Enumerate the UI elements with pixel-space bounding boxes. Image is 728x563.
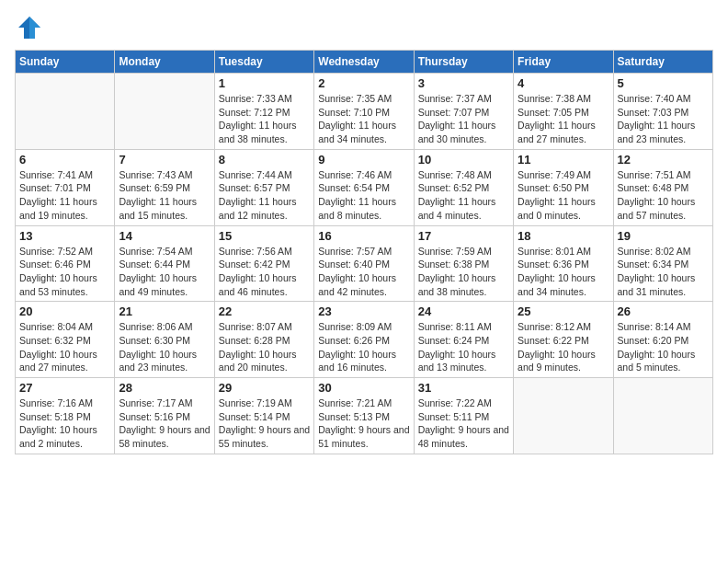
- day-number: 22: [219, 304, 310, 318]
- day-number: 25: [518, 304, 609, 318]
- week-row-4: 27Sunrise: 7:16 AMSunset: 5:18 PMDayligh…: [16, 378, 713, 454]
- day-cell: 9Sunrise: 7:46 AMSunset: 6:54 PMDaylight…: [314, 149, 414, 225]
- day-number: 6: [19, 153, 110, 167]
- day-cell: 20Sunrise: 8:04 AMSunset: 6:32 PMDayligh…: [16, 302, 115, 378]
- day-number: 24: [418, 304, 509, 318]
- day-number: 2: [318, 76, 409, 90]
- svg-marker-1: [29, 17, 40, 39]
- day-info: Sunrise: 7:59 AMSunset: 6:38 PMDaylight:…: [418, 245, 509, 299]
- day-cell: 1Sunrise: 7:33 AMSunset: 7:12 PMDaylight…: [214, 74, 313, 150]
- day-cell: 30Sunrise: 7:21 AMSunset: 5:13 PMDayligh…: [314, 378, 414, 454]
- day-info: Sunrise: 7:54 AMSunset: 6:44 PMDaylight:…: [119, 245, 210, 299]
- day-cell: 27Sunrise: 7:16 AMSunset: 5:18 PMDayligh…: [16, 378, 115, 454]
- page-header: [15, 15, 713, 40]
- header-saturday: Saturday: [613, 51, 712, 74]
- day-number: 23: [318, 304, 409, 318]
- week-row-2: 13Sunrise: 7:52 AMSunset: 6:46 PMDayligh…: [16, 225, 713, 302]
- day-info: Sunrise: 7:40 AMSunset: 7:03 PMDaylight:…: [618, 92, 709, 146]
- header-wednesday: Wednesday: [314, 51, 414, 74]
- day-number: 1: [219, 76, 310, 90]
- day-info: Sunrise: 7:41 AMSunset: 7:01 PMDaylight:…: [19, 168, 110, 223]
- header-friday: Friday: [514, 51, 613, 74]
- day-cell: 16Sunrise: 7:57 AMSunset: 6:40 PMDayligh…: [314, 225, 414, 302]
- day-cell: 3Sunrise: 7:37 AMSunset: 7:07 PMDaylight…: [414, 74, 513, 150]
- day-info: Sunrise: 8:09 AMSunset: 6:26 PMDaylight:…: [318, 320, 409, 374]
- day-info: Sunrise: 8:11 AMSunset: 6:24 PMDaylight:…: [418, 320, 509, 374]
- day-cell: 18Sunrise: 8:01 AMSunset: 6:36 PMDayligh…: [514, 225, 613, 302]
- week-row-1: 6Sunrise: 7:41 AMSunset: 7:01 PMDaylight…: [16, 149, 713, 225]
- day-info: Sunrise: 8:12 AMSunset: 6:22 PMDaylight:…: [518, 320, 609, 374]
- day-cell: 23Sunrise: 8:09 AMSunset: 6:26 PMDayligh…: [314, 302, 414, 378]
- day-cell: 25Sunrise: 8:12 AMSunset: 6:22 PMDayligh…: [514, 302, 613, 378]
- day-info: Sunrise: 7:46 AMSunset: 6:54 PMDaylight:…: [318, 168, 409, 223]
- calendar-table: SundayMondayTuesdayWednesdayThursdayFrid…: [15, 50, 713, 454]
- day-cell: 11Sunrise: 7:49 AMSunset: 6:50 PMDayligh…: [514, 149, 613, 225]
- day-info: Sunrise: 8:07 AMSunset: 6:28 PMDaylight:…: [219, 320, 310, 374]
- day-number: 31: [418, 381, 509, 395]
- day-info: Sunrise: 8:14 AMSunset: 6:20 PMDaylight:…: [618, 320, 709, 374]
- day-cell: 28Sunrise: 7:17 AMSunset: 5:16 PMDayligh…: [115, 378, 214, 454]
- day-number: 4: [518, 76, 609, 90]
- day-cell: 7Sunrise: 7:43 AMSunset: 6:59 PMDaylight…: [115, 149, 214, 225]
- day-cell: 22Sunrise: 8:07 AMSunset: 6:28 PMDayligh…: [214, 302, 313, 378]
- day-cell: 2Sunrise: 7:35 AMSunset: 7:10 PMDaylight…: [314, 74, 414, 150]
- day-number: 30: [318, 381, 409, 395]
- day-info: Sunrise: 7:52 AMSunset: 6:46 PMDaylight:…: [19, 245, 110, 299]
- day-number: 19: [618, 229, 709, 243]
- week-row-3: 20Sunrise: 8:04 AMSunset: 6:32 PMDayligh…: [16, 302, 713, 378]
- day-number: 7: [119, 153, 210, 167]
- day-cell: 19Sunrise: 8:02 AMSunset: 6:34 PMDayligh…: [613, 225, 712, 302]
- header-sunday: Sunday: [16, 51, 115, 74]
- day-info: Sunrise: 8:02 AMSunset: 6:34 PMDaylight:…: [618, 245, 709, 299]
- day-info: Sunrise: 7:33 AMSunset: 7:12 PMDaylight:…: [219, 92, 310, 146]
- day-info: Sunrise: 7:57 AMSunset: 6:40 PMDaylight:…: [318, 245, 409, 299]
- day-info: Sunrise: 7:22 AMSunset: 5:11 PMDaylight:…: [418, 396, 509, 451]
- day-info: Sunrise: 7:37 AMSunset: 7:07 PMDaylight:…: [418, 92, 509, 146]
- day-info: Sunrise: 8:01 AMSunset: 6:36 PMDaylight:…: [518, 245, 609, 299]
- day-number: 8: [219, 153, 310, 167]
- day-number: 26: [618, 304, 709, 318]
- day-cell: 8Sunrise: 7:44 AMSunset: 6:57 PMDaylight…: [214, 149, 313, 225]
- day-info: Sunrise: 7:35 AMSunset: 7:10 PMDaylight:…: [318, 92, 409, 146]
- logo: [15, 15, 42, 40]
- header-monday: Monday: [115, 51, 214, 74]
- week-row-0: 1Sunrise: 7:33 AMSunset: 7:12 PMDaylight…: [16, 74, 713, 150]
- day-number: 13: [19, 229, 110, 243]
- header-tuesday: Tuesday: [214, 51, 313, 74]
- header-thursday: Thursday: [414, 51, 513, 74]
- day-number: 5: [618, 76, 709, 90]
- day-cell: 15Sunrise: 7:56 AMSunset: 6:42 PMDayligh…: [214, 225, 313, 302]
- day-cell: 10Sunrise: 7:48 AMSunset: 6:52 PMDayligh…: [414, 149, 513, 225]
- day-number: 28: [119, 381, 210, 395]
- day-info: Sunrise: 7:19 AMSunset: 5:14 PMDaylight:…: [219, 396, 310, 451]
- day-cell: 5Sunrise: 7:40 AMSunset: 7:03 PMDaylight…: [613, 74, 712, 150]
- day-cell: 17Sunrise: 7:59 AMSunset: 6:38 PMDayligh…: [414, 225, 513, 302]
- day-info: Sunrise: 7:44 AMSunset: 6:57 PMDaylight:…: [219, 168, 310, 223]
- calendar-header-row: SundayMondayTuesdayWednesdayThursdayFrid…: [16, 51, 713, 74]
- day-number: 20: [19, 304, 110, 318]
- day-info: Sunrise: 8:04 AMSunset: 6:32 PMDaylight:…: [19, 320, 110, 374]
- day-number: 9: [318, 153, 409, 167]
- day-cell: [514, 378, 613, 454]
- day-cell: [16, 74, 115, 150]
- day-cell: 21Sunrise: 8:06 AMSunset: 6:30 PMDayligh…: [115, 302, 214, 378]
- day-number: 29: [219, 381, 310, 395]
- day-info: Sunrise: 8:06 AMSunset: 6:30 PMDaylight:…: [119, 320, 210, 374]
- day-info: Sunrise: 7:16 AMSunset: 5:18 PMDaylight:…: [19, 396, 110, 451]
- day-number: 21: [119, 304, 210, 318]
- day-number: 27: [19, 381, 110, 395]
- day-cell: 26Sunrise: 8:14 AMSunset: 6:20 PMDayligh…: [613, 302, 712, 378]
- day-cell: 31Sunrise: 7:22 AMSunset: 5:11 PMDayligh…: [414, 378, 513, 454]
- day-info: Sunrise: 7:56 AMSunset: 6:42 PMDaylight:…: [219, 245, 310, 299]
- day-info: Sunrise: 7:17 AMSunset: 5:16 PMDaylight:…: [119, 396, 210, 451]
- day-cell: [613, 378, 712, 454]
- day-number: 15: [219, 229, 310, 243]
- day-number: 10: [418, 153, 509, 167]
- day-number: 17: [418, 229, 509, 243]
- day-info: Sunrise: 7:43 AMSunset: 6:59 PMDaylight:…: [119, 168, 210, 223]
- day-number: 16: [318, 229, 409, 243]
- day-info: Sunrise: 7:21 AMSunset: 5:13 PMDaylight:…: [318, 396, 409, 451]
- day-cell: 6Sunrise: 7:41 AMSunset: 7:01 PMDaylight…: [16, 149, 115, 225]
- day-cell: 24Sunrise: 8:11 AMSunset: 6:24 PMDayligh…: [414, 302, 513, 378]
- day-cell: 4Sunrise: 7:38 AMSunset: 7:05 PMDaylight…: [514, 74, 613, 150]
